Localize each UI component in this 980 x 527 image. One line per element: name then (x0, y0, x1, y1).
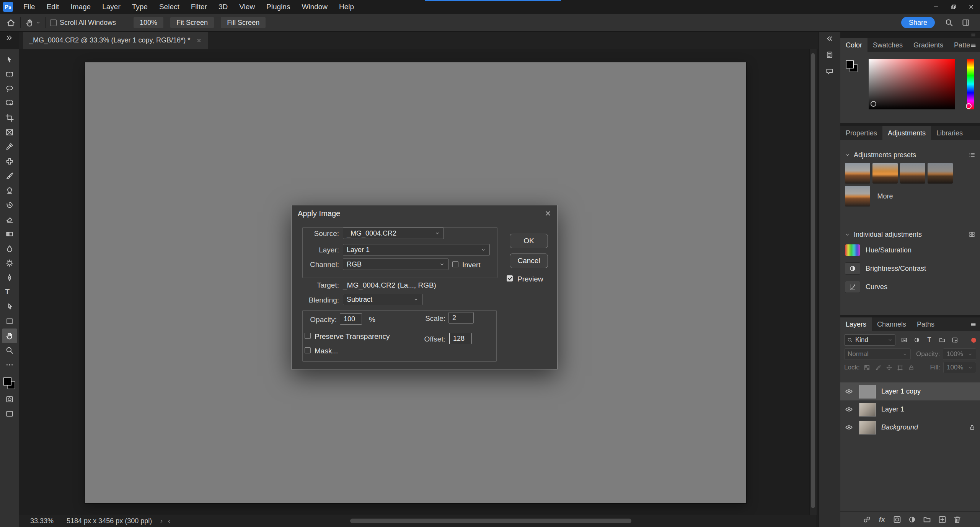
color-tab-patterns[interactable]: Patterns (949, 38, 970, 52)
status-chevron-left-icon[interactable] (166, 519, 172, 524)
panel-menu-icon[interactable] (970, 321, 977, 328)
individual-adjustments-header[interactable]: Individual adjustments (840, 228, 980, 241)
preview-checkbox[interactable] (507, 275, 513, 281)
new-layer-icon[interactable] (938, 515, 947, 524)
adjustments-tab-properties[interactable]: Properties (840, 126, 882, 140)
history-brush-tool[interactable] (2, 198, 17, 212)
adjustments-presets-header[interactable]: Adjustments presets (840, 148, 980, 161)
scale-input[interactable]: 2 (448, 312, 474, 324)
gradient-tool[interactable] (2, 227, 17, 241)
screen-mode-button[interactable] (2, 407, 17, 421)
dock-menu-icon[interactable] (970, 32, 976, 38)
color-tab-gradients[interactable]: Gradients (908, 38, 949, 52)
layer-effects-icon[interactable]: fx (877, 515, 886, 524)
dodge-tool[interactable] (2, 256, 17, 270)
layer-row-background[interactable]: Background (840, 418, 980, 436)
color-swatches[interactable] (846, 60, 858, 73)
layer-name[interactable]: Layer 1 (881, 405, 975, 413)
layer-thumbnail[interactable] (859, 403, 876, 416)
frame-tool[interactable] (2, 125, 17, 140)
blending-dropdown[interactable]: Subtract (343, 294, 422, 305)
adjustments-tab-libraries[interactable]: Libraries (931, 126, 968, 140)
mask-checkbox[interactable] (305, 347, 311, 353)
brush-tool[interactable] (2, 169, 17, 183)
scroll-all-windows-checkbox[interactable] (50, 20, 57, 26)
dialog-title[interactable]: Apply Image (292, 205, 557, 221)
chevron-down-icon[interactable] (36, 20, 41, 25)
blur-tool[interactable] (2, 241, 17, 256)
menu-type[interactable]: Type (126, 0, 153, 14)
foreground-color-swatch[interactable] (3, 377, 11, 385)
invert-checkbox[interactable] (452, 261, 458, 267)
hue-slider-cursor[interactable] (966, 103, 972, 109)
clone-stamp-tool[interactable] (2, 183, 17, 198)
foreground-color-swatch[interactable] (846, 60, 854, 68)
opacity-dropdown[interactable]: 100% (943, 348, 976, 360)
layer-row-layer-1-copy[interactable]: Layer 1 copy (840, 382, 980, 400)
layer-dropdown[interactable]: Layer 1 (343, 244, 490, 255)
home-icon[interactable] (6, 18, 16, 28)
close-window-button[interactable] (962, 0, 980, 14)
adjustment-preset-thumbnail[interactable] (845, 163, 870, 184)
lock-all-icon[interactable] (908, 364, 915, 371)
visibility-toggle-icon[interactable] (845, 387, 853, 395)
zoom-100-button[interactable]: 100% (134, 17, 163, 28)
zoom-tool[interactable] (2, 343, 17, 358)
eyedropper-tool[interactable] (2, 140, 17, 154)
search-icon[interactable] (945, 18, 953, 27)
menu-file[interactable]: File (18, 0, 41, 14)
quick-mask-button[interactable] (2, 392, 17, 407)
lasso-tool[interactable] (2, 81, 17, 96)
source-dropdown[interactable]: _MG_0004.CR2 (343, 228, 444, 239)
type-tool[interactable]: T (2, 285, 17, 299)
blend-mode-dropdown[interactable]: Normal (844, 348, 911, 360)
hand-tool-preset-icon[interactable] (25, 18, 34, 27)
foreground-background-swatches[interactable] (3, 377, 16, 390)
adjustment-item-curves[interactable]: Curves (840, 278, 980, 296)
filter-type-layers-icon[interactable]: T (923, 335, 936, 345)
cancel-button[interactable]: Cancel (510, 254, 548, 268)
color-tab-color[interactable]: Color (840, 38, 867, 52)
layer-thumbnail[interactable] (859, 421, 876, 434)
lock-artboard-icon[interactable] (897, 364, 903, 371)
adjustment-preset-thumbnail[interactable] (900, 163, 925, 184)
channel-dropdown[interactable]: RGB (343, 259, 448, 270)
adjustment-preset-thumbnail[interactable] (845, 186, 870, 207)
expand-panels-icon[interactable] (825, 34, 834, 43)
add-layer-mask-icon[interactable] (893, 515, 902, 524)
menu-window[interactable]: Window (296, 0, 333, 14)
menu-help[interactable]: Help (333, 0, 360, 14)
saturation-brightness-field[interactable] (869, 59, 955, 109)
new-group-icon[interactable] (923, 515, 931, 524)
color-tab-swatches[interactable]: Swatches (867, 38, 908, 52)
preserve-transparency-checkbox[interactable] (305, 333, 311, 339)
filter-pixel-layers-icon[interactable] (898, 335, 910, 345)
filter-group-layers-icon[interactable] (936, 335, 948, 345)
status-chevron-right-icon[interactable] (159, 519, 164, 524)
layers-tab-layers[interactable]: Layers (840, 317, 872, 331)
adjustment-item-hue-saturation[interactable]: Hue/Saturation (840, 241, 980, 259)
filter-adjustment-layers-icon[interactable] (910, 335, 923, 345)
share-button[interactable]: Share (901, 17, 935, 28)
edit-toolbar[interactable] (2, 358, 17, 372)
vertical-scrollbar-thumb[interactable] (811, 53, 815, 508)
crop-tool[interactable] (2, 111, 17, 125)
grid-view-icon[interactable] (969, 231, 975, 238)
list-view-icon[interactable] (969, 151, 975, 158)
lock-image-pixels-icon[interactable] (875, 364, 881, 371)
menu-layer[interactable]: Layer (96, 0, 126, 14)
opacity-input[interactable]: 100 (340, 313, 362, 325)
eraser-tool[interactable] (2, 212, 17, 227)
visibility-toggle-icon[interactable] (845, 405, 853, 413)
hue-slider[interactable] (967, 59, 974, 109)
move-tool[interactable] (2, 52, 17, 67)
pen-tool[interactable] (2, 270, 17, 285)
comments-panel-icon[interactable] (825, 67, 834, 76)
layers-tab-channels[interactable]: Channels (872, 317, 912, 331)
menu-view[interactable]: View (233, 0, 261, 14)
fill-screen-button[interactable]: Fill Screen (221, 17, 266, 28)
zoom-level[interactable]: 33.33% (30, 517, 54, 525)
new-adjustment-layer-icon[interactable] (908, 515, 916, 524)
hand-tool[interactable] (2, 329, 17, 343)
fill-dropdown[interactable]: 100% (943, 362, 976, 373)
